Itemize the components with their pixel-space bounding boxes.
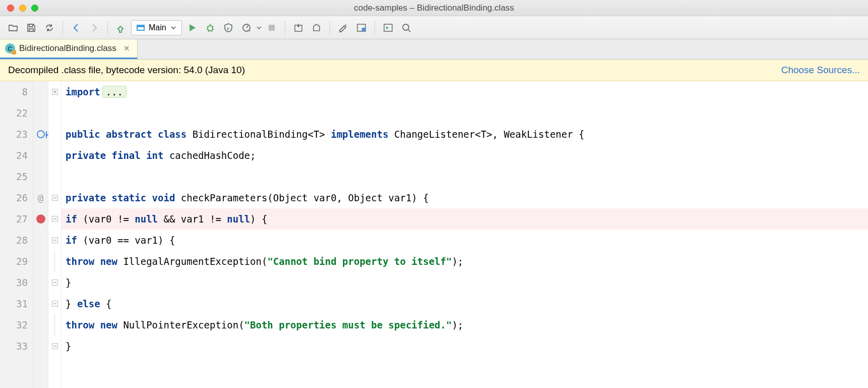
- run-config-selector[interactable]: Main: [131, 20, 182, 35]
- code-editor[interactable]: 8 22 23 24 25 26 27 28 29 30 31 32 33 @: [0, 81, 868, 388]
- decompile-banner: Decompiled .class file, bytecode version…: [0, 60, 868, 81]
- application-icon: [137, 25, 145, 31]
- nav-back-button[interactable]: [68, 20, 84, 36]
- traffic-lights: [7, 5, 38, 12]
- fold-collapse-icon[interactable]: [52, 301, 58, 307]
- build-button[interactable]: [113, 20, 129, 36]
- code-content[interactable]: import... public abstract class Bidirect…: [61, 81, 868, 388]
- current-line: if (var0 != null && var1 != null) {: [61, 208, 868, 230]
- fold-collapse-icon[interactable]: [52, 343, 58, 349]
- class-file-icon: C: [5, 43, 15, 53]
- close-tab-icon[interactable]: ✕: [123, 44, 130, 53]
- nav-forward-button[interactable]: [86, 20, 102, 36]
- line-number[interactable]: 28: [5, 230, 28, 251]
- line-number[interactable]: 30: [5, 272, 28, 293]
- folded-imports[interactable]: ...: [102, 86, 127, 98]
- run-button[interactable]: [184, 20, 200, 36]
- fold-collapse-icon[interactable]: [52, 216, 58, 222]
- tab-bidirectionalbinding[interactable]: C BidirectionalBinding.class ✕: [0, 39, 138, 59]
- coverage-button[interactable]: [220, 20, 236, 36]
- chevron-down-icon: [170, 25, 176, 31]
- line-number[interactable]: 8: [5, 81, 28, 102]
- breakpoint-icon[interactable]: [36, 214, 45, 224]
- settings-button[interactable]: [335, 20, 351, 36]
- banner-message: Decompiled .class file, bytecode version…: [8, 65, 245, 76]
- profile-button[interactable]: [238, 20, 255, 36]
- project-structure-button[interactable]: [353, 20, 369, 36]
- line-number[interactable]: 23: [5, 124, 28, 145]
- gutter-marks: @: [33, 81, 48, 388]
- minimize-window-button[interactable]: [19, 5, 26, 12]
- line-number[interactable]: 25: [5, 166, 28, 187]
- titlebar: code-samples – BidirectionalBinding.clas…: [0, 0, 868, 16]
- line-number[interactable]: 24: [5, 145, 28, 166]
- annotation-icon[interactable]: @: [38, 192, 43, 203]
- line-number[interactable]: 32: [5, 314, 28, 336]
- window-title: code-samples – BidirectionalBinding.clas…: [0, 3, 868, 13]
- fold-expand-icon[interactable]: [52, 89, 58, 95]
- line-number[interactable]: 22: [5, 102, 28, 124]
- close-window-button[interactable]: [7, 5, 14, 12]
- svg-point-7: [403, 24, 409, 30]
- open-button[interactable]: [5, 20, 21, 36]
- vcs-commit-button[interactable]: [308, 20, 325, 36]
- svg-point-0: [208, 26, 213, 31]
- maximize-window-button[interactable]: [31, 5, 38, 12]
- chevron-down-icon[interactable]: [257, 25, 262, 30]
- fold-gutter: [48, 81, 61, 388]
- line-number[interactable]: 27: [5, 208, 28, 230]
- line-number[interactable]: 33: [5, 336, 28, 357]
- fold-collapse-icon[interactable]: [52, 280, 58, 286]
- svg-rect-2: [269, 25, 275, 31]
- editor-tabs: C BidirectionalBinding.class ✕: [0, 39, 868, 60]
- tab-title: BidirectionalBinding.class: [19, 43, 116, 53]
- override-icon[interactable]: [37, 130, 45, 138]
- line-number[interactable]: 29: [5, 251, 28, 272]
- choose-sources-link[interactable]: Choose Sources...: [781, 65, 860, 76]
- line-number[interactable]: 26: [5, 187, 28, 208]
- run-anything-button[interactable]: [380, 20, 396, 36]
- fold-collapse-icon[interactable]: [52, 237, 58, 243]
- sync-button[interactable]: [41, 20, 57, 36]
- main-toolbar: Main: [0, 16, 868, 39]
- debug-button[interactable]: [202, 20, 218, 36]
- fold-collapse-icon[interactable]: [52, 195, 58, 201]
- vcs-update-button[interactable]: [290, 20, 306, 36]
- save-button[interactable]: [23, 20, 39, 36]
- search-everywhere-button[interactable]: [398, 20, 414, 36]
- run-config-label: Main: [149, 23, 166, 32]
- line-number[interactable]: 31: [5, 293, 28, 314]
- line-number-gutter[interactable]: 8 22 23 24 25 26 27 28 29 30 31 32 33: [0, 81, 33, 388]
- stop-button[interactable]: [264, 20, 280, 36]
- svg-rect-5: [362, 28, 365, 31]
